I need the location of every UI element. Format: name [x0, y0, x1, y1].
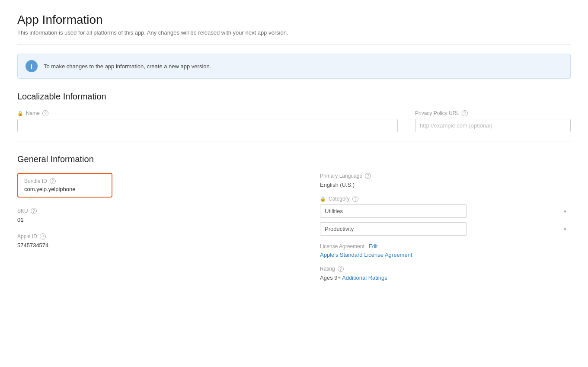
privacy-policy-label: Privacy Policy URL ? — [415, 110, 571, 116]
sku-value: 01 — [17, 217, 294, 223]
general-section-title: General Information — [17, 154, 571, 164]
localizable-section-title: Localizable Information — [17, 92, 571, 102]
apple-id-value: 5745734574 — [17, 242, 294, 249]
category-secondary-chevron-icon: ▾ — [564, 226, 566, 232]
license-agreement-row: License Agreement Edit — [320, 243, 571, 249]
license-agreement-label: License Agreement — [320, 243, 364, 249]
primary-language-help-icon[interactable]: ? — [365, 173, 371, 179]
name-help-icon[interactable]: ? — [42, 110, 48, 116]
category-field: 🔒 Category ? Utilities ▾ Produ — [320, 196, 571, 236]
category-primary-wrapper: Utilities ▾ — [320, 204, 571, 218]
category-secondary-select[interactable]: Productivity — [320, 222, 467, 236]
additional-ratings-link[interactable]: Additional Ratings — [342, 274, 387, 281]
privacy-policy-col: Privacy Policy URL ? — [415, 110, 571, 132]
rating-label: Rating ? — [320, 266, 571, 272]
bundle-id-help-icon[interactable]: ? — [50, 178, 56, 184]
license-edit-link[interactable]: Edit — [369, 243, 378, 249]
info-banner-text: To make changes to the app information, … — [44, 63, 211, 70]
bundle-id-label: Bundle ID ? — [24, 178, 105, 184]
primary-language-label: Primary Language ? — [320, 173, 571, 179]
bundle-id-box: Bundle ID ? com.yelp.yelpiphone — [17, 173, 112, 198]
category-secondary-wrapper: Productivity ▾ — [320, 222, 571, 236]
info-banner: i To make changes to the app information… — [17, 54, 571, 79]
privacy-policy-help-icon[interactable]: ? — [462, 110, 468, 116]
info-icon: i — [26, 60, 38, 72]
apple-id-field: Apple ID ? 5745734574 — [17, 233, 294, 249]
license-agreement-field: License Agreement Edit Apple's Standard … — [320, 243, 571, 258]
category-primary-chevron-icon: ▾ — [564, 208, 566, 214]
license-value-link[interactable]: Apple's Standard License Agreement — [320, 252, 412, 258]
header-divider — [17, 45, 571, 45]
general-info-grid: Bundle ID ? com.yelp.yelpiphone SKU ? 01 — [17, 173, 571, 281]
category-help-icon[interactable]: ? — [352, 196, 358, 202]
sku-label: SKU ? — [17, 208, 294, 214]
sku-help-icon[interactable]: ? — [31, 208, 37, 214]
name-field-col: 🔒 Name ? — [17, 110, 398, 132]
category-lock-icon: 🔒 — [320, 196, 326, 202]
name-input[interactable] — [17, 119, 398, 132]
category-label: 🔒 Category ? — [320, 196, 571, 202]
general-info-left: Bundle ID ? com.yelp.yelpiphone SKU ? 01 — [17, 173, 294, 281]
general-section: General Information Bundle ID ? com.yelp… — [17, 154, 571, 281]
sku-field: SKU ? 01 — [17, 208, 294, 223]
privacy-policy-input[interactable] — [415, 119, 571, 132]
apple-id-help-icon[interactable]: ? — [40, 233, 46, 239]
name-lock-icon: 🔒 — [17, 111, 23, 116]
localizable-section: Localizable Information 🔒 Name ? Privacy… — [17, 92, 571, 132]
apple-id-label: Apple ID ? — [17, 233, 294, 239]
name-field-label: 🔒 Name ? — [17, 110, 398, 116]
page-container: App Information This information is used… — [0, 0, 588, 307]
localizable-form-row: 🔒 Name ? Privacy Policy URL ? — [17, 110, 571, 132]
rating-help-icon[interactable]: ? — [338, 266, 344, 272]
primary-language-value: English (U.S.) — [320, 182, 571, 188]
general-info-right: Primary Language ? English (U.S.) 🔒 Cate… — [294, 173, 571, 281]
category-primary-select[interactable]: Utilities — [320, 204, 467, 218]
rating-field: Rating ? Ages 9+ Additional Ratings — [320, 266, 571, 281]
rating-value: Ages 9+ Additional Ratings — [320, 274, 571, 281]
primary-language-field: Primary Language ? English (U.S.) — [320, 173, 571, 188]
page-title: App Information — [17, 13, 571, 27]
bundle-id-value: com.yelp.yelpiphone — [24, 186, 105, 192]
section-divider — [17, 141, 571, 141]
page-subtitle: This information is used for all platfor… — [17, 29, 571, 36]
